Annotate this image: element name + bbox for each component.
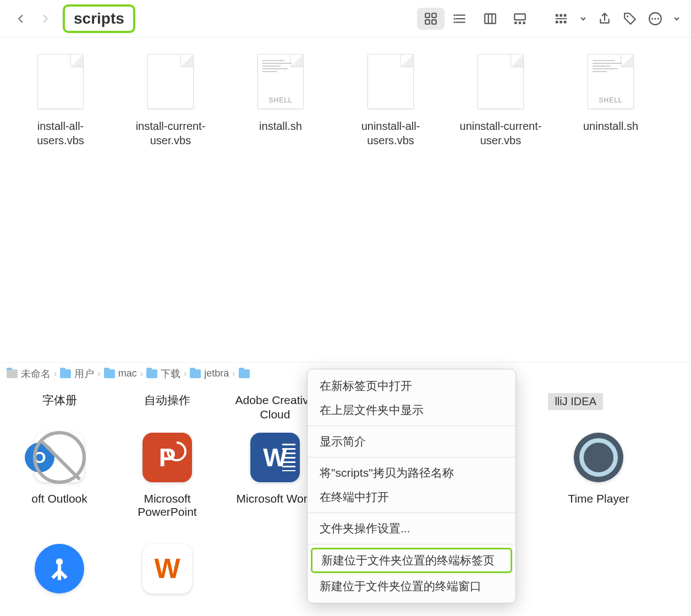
file-name: install-all-users.vbs — [14, 119, 107, 148]
svg-point-29 — [56, 558, 63, 565]
icon-view-button[interactable] — [417, 8, 445, 30]
file-item[interactable]: uninstall-current-user.vbs — [451, 54, 550, 148]
file-item[interactable]: uninstall-all-users.vbs — [341, 54, 440, 148]
file-item[interactable]: install-current-user.vbs — [121, 54, 220, 148]
file-item[interactable]: SHELLuninstall.sh — [561, 54, 660, 133]
context-menu-item[interactable]: 在终端中打开 — [308, 485, 515, 509]
svg-rect-2 — [425, 20, 430, 24]
grid-icon — [424, 12, 438, 26]
menu-separator — [308, 513, 515, 513]
path-label: 未命名 — [21, 367, 51, 380]
more-actions-button[interactable] — [648, 12, 662, 26]
column-view-button[interactable] — [476, 8, 504, 30]
path-separator-icon: › — [54, 369, 57, 379]
folder-icon — [60, 369, 71, 378]
chevron-right-icon — [40, 11, 50, 26]
context-menu-item[interactable]: 文件夹操作设置... — [308, 516, 515, 541]
chevron-left-icon — [16, 11, 26, 26]
svg-rect-14 — [514, 21, 517, 24]
word-icon[interactable]: W — [250, 433, 300, 482]
wps-icon[interactable]: W — [142, 544, 192, 593]
file-icon — [368, 54, 414, 109]
file-item[interactable]: SHELLinstall.sh — [231, 54, 330, 133]
file-icon — [147, 54, 194, 109]
context-menu-item[interactable]: 新建位于文件夹位置的终端标签页 — [311, 548, 512, 573]
svg-point-9 — [454, 21, 456, 23]
outlook-icon[interactable]: O — [35, 433, 84, 482]
app-name-label: 字体册 — [6, 393, 113, 422]
folder-icon — [104, 369, 115, 378]
finder-toolbar: scripts — [0, 0, 691, 37]
context-menu-item[interactable]: 在上层文件夹中显示 — [308, 398, 515, 422]
path-label: 下载 — [161, 367, 180, 380]
context-menu-item[interactable]: 在新标签页中打开 — [308, 374, 515, 398]
svg-rect-22 — [560, 20, 562, 23]
path-segment[interactable]: 未命名 — [7, 367, 51, 380]
path-segment[interactable]: mac — [104, 368, 137, 379]
menu-separator — [308, 426, 515, 426]
folder-title-highlight: scripts — [63, 4, 135, 33]
path-segment[interactable]: 用户 — [60, 367, 94, 380]
tags-button[interactable] — [623, 12, 637, 26]
path-segment[interactable] — [239, 369, 250, 378]
svg-point-8 — [454, 18, 456, 19]
chevron-down-icon — [673, 15, 680, 22]
path-segment[interactable]: jetbra — [190, 368, 229, 379]
svg-rect-23 — [564, 20, 567, 23]
app-name-label: oft Outlook — [31, 492, 87, 505]
svg-rect-18 — [560, 14, 562, 17]
folder-icon — [146, 369, 157, 378]
group-by-chevron[interactable] — [580, 15, 586, 22]
svg-rect-15 — [519, 21, 521, 24]
sourcetree-icon[interactable] — [35, 544, 84, 593]
drive-icon — [7, 369, 18, 378]
file-item[interactable]: install-all-users.vbs — [11, 54, 110, 148]
path-label: jetbra — [204, 368, 229, 379]
more-actions-chevron[interactable] — [673, 15, 680, 22]
app-name-label: Microsoft Word — [237, 492, 314, 505]
file-name: uninstall-current-user.vbs — [454, 119, 547, 148]
intellij-tab-partial: lliJ IDEA — [548, 393, 603, 410]
back-button[interactable] — [11, 9, 31, 29]
context-menu-item[interactable]: 将"scripts"拷贝为路径名称 — [308, 461, 515, 485]
app-name-label: Time Player — [568, 492, 629, 505]
svg-rect-16 — [523, 21, 525, 24]
list-view-button[interactable] — [447, 8, 474, 30]
path-separator-icon: › — [184, 369, 187, 379]
svg-rect-3 — [432, 20, 436, 24]
file-icon — [478, 54, 524, 109]
file-name: install-current-user.vbs — [124, 119, 217, 148]
path-separator-icon: › — [140, 369, 143, 379]
tag-icon — [623, 12, 637, 26]
group-icon — [555, 12, 569, 26]
folder-icon — [239, 369, 250, 378]
svg-rect-0 — [425, 13, 430, 18]
group-by-button[interactable] — [555, 12, 569, 26]
file-name: uninstall.sh — [583, 119, 638, 133]
path-label: 用户 — [74, 367, 94, 380]
context-menu-item[interactable]: 新建位于文件夹位置的终端窗口 — [308, 574, 515, 598]
qt-icon[interactable] — [574, 433, 623, 482]
svg-point-7 — [454, 14, 456, 15]
app-name-label: 自动操作 — [113, 393, 221, 422]
shell-file-icon: SHELL — [588, 54, 634, 109]
path-segment[interactable]: 下载 — [146, 367, 180, 380]
svg-rect-1 — [432, 13, 436, 18]
file-grid[interactable]: install-all-users.vbsinstall-current-use… — [0, 37, 691, 362]
share-icon — [597, 12, 612, 26]
menu-separator — [308, 457, 515, 457]
folder-title: scripts — [74, 10, 124, 27]
context-menu-item[interactable]: 显示简介 — [308, 429, 515, 454]
ppt-icon[interactable]: P — [142, 433, 192, 482]
ellipsis-circle-icon — [648, 12, 662, 26]
menu-separator — [308, 544, 515, 544]
gallery-view-button[interactable] — [506, 8, 534, 30]
shell-file-icon: SHELL — [257, 54, 304, 109]
file-name: install.sh — [259, 119, 302, 133]
svg-point-24 — [627, 15, 628, 17]
file-name: uninstall-all-users.vbs — [344, 119, 437, 148]
app-name-label: Microsoft PowerPoint — [113, 492, 221, 519]
share-button[interactable] — [597, 12, 612, 26]
list-icon — [453, 12, 468, 26]
forward-button[interactable] — [35, 9, 55, 29]
